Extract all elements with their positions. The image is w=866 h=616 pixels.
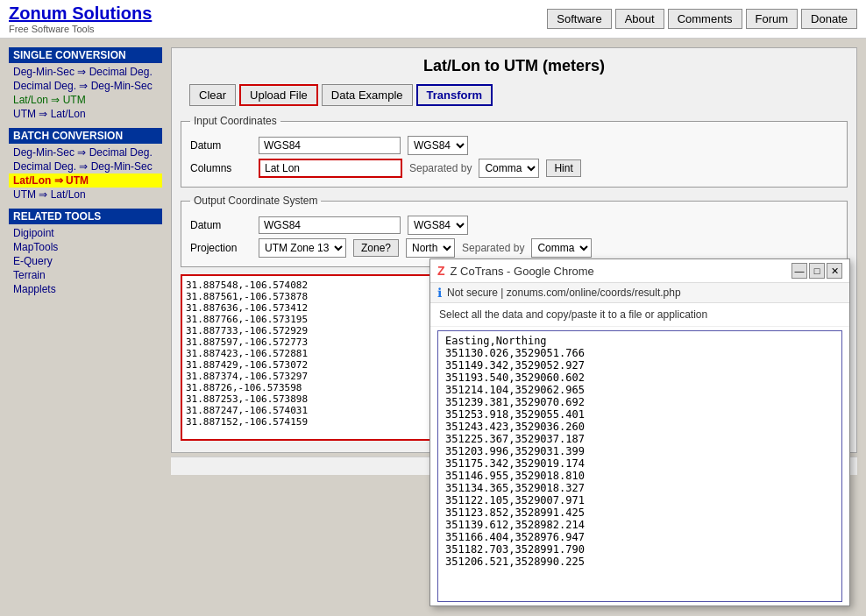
sidebar: SINGLE CONVERSION Deg-Min-Sec ⇒ Decimal … bbox=[9, 47, 162, 475]
nav-comments[interactable]: Comments bbox=[668, 9, 742, 29]
datum-select[interactable]: WGS84 bbox=[408, 136, 468, 155]
sidebar-item-latlon-utm[interactable]: Lat/Lon ⇒ UTM bbox=[9, 93, 162, 107]
window-controls: — □ ✕ bbox=[791, 263, 842, 279]
output-datum-select[interactable]: WGS84 bbox=[408, 216, 468, 235]
maximize-button[interactable]: □ bbox=[809, 263, 825, 279]
sidebar-batch-dec-to-dms[interactable]: Decimal Deg. ⇒ Deg-Min-Sec bbox=[9, 159, 162, 173]
datum-row: Datum WGS84 bbox=[190, 136, 838, 155]
transform-button[interactable]: Transform bbox=[416, 84, 493, 106]
hint-button[interactable]: Hint bbox=[546, 159, 580, 177]
sidebar-section-single: SINGLE CONVERSION bbox=[9, 47, 162, 63]
output-datum-label: Datum bbox=[190, 219, 252, 231]
sidebar-batch-dms-to-dec[interactable]: Deg-Min-Sec ⇒ Decimal Deg. bbox=[9, 145, 162, 159]
header: Zonum Solutions Free Software Tools Soft… bbox=[0, 0, 866, 39]
sidebar-terrain[interactable]: Terrain bbox=[9, 268, 162, 282]
upload-button[interactable]: Upload File bbox=[239, 84, 318, 106]
north-select[interactable]: North bbox=[406, 238, 455, 258]
sidebar-item-dec-to-dms[interactable]: Decimal Deg. ⇒ Deg-Min-Sec bbox=[9, 79, 162, 93]
nav-software[interactable]: Software bbox=[547, 9, 611, 29]
sidebar-item-dms-to-dec[interactable]: Deg-Min-Sec ⇒ Decimal Deg. bbox=[9, 65, 162, 79]
popup-title: Z CoTrans - Google Chrome bbox=[451, 265, 594, 278]
instruction-text: Select all the data and copy/paste it to… bbox=[439, 308, 707, 321]
clear-button[interactable]: Clear bbox=[189, 84, 236, 106]
popup-window: Z Z CoTrans - Google Chrome — □ ✕ ℹ Not … bbox=[429, 258, 850, 484]
popup-browser-icon: Z bbox=[437, 264, 445, 278]
output-datum-row: Datum WGS84 bbox=[190, 216, 838, 235]
popup-data-line: 351239.381,3529070.692 bbox=[445, 396, 834, 408]
popup-data-line: 351175.342,3529019.174 bbox=[445, 457, 834, 470]
nav-donate[interactable]: Donate bbox=[801, 9, 857, 29]
output-datum-input[interactable] bbox=[259, 216, 401, 234]
popup-data-line: 351225.367,3529037.187 bbox=[445, 433, 834, 445]
sidebar-section-related: RELATED TOOLS bbox=[9, 209, 162, 224]
data-header-line: Easting,Northing bbox=[445, 335, 834, 347]
site-title-link[interactable]: Zonum Solutions bbox=[9, 4, 152, 23]
sep-select-output[interactable]: Comma bbox=[531, 238, 592, 258]
nav-forum[interactable]: Forum bbox=[746, 9, 799, 29]
popup-data-line: 351243.423,3529036.260 bbox=[445, 421, 834, 433]
popup-data-line: 351134.365,3529018.327 bbox=[445, 482, 834, 484]
sep-label: Separated by bbox=[409, 162, 472, 174]
proj-select[interactable]: UTM Zone 13 bbox=[259, 238, 346, 258]
info-icon: ℹ bbox=[437, 286, 442, 300]
sep-select-input[interactable]: Comma bbox=[479, 159, 539, 178]
columns-input[interactable] bbox=[259, 159, 402, 178]
header-left: Zonum Solutions Free Software Tools bbox=[9, 4, 152, 34]
popup-data-line: 351203.996,3529031.399 bbox=[445, 445, 834, 457]
input-coordinates-section: Input Coordinates Datum WGS84 Columns Se… bbox=[181, 115, 848, 188]
popup-data-line: 351193.540,3529060.602 bbox=[445, 372, 834, 384]
popup-data-line: 351214.104,3529062.965 bbox=[445, 384, 834, 396]
proj-label: Projection bbox=[190, 242, 252, 254]
sidebar-batch-latlon-utm[interactable]: Lat/Lon ⇒ UTM bbox=[9, 173, 162, 188]
minimize-button[interactable]: — bbox=[791, 263, 807, 279]
close-button[interactable]: ✕ bbox=[827, 263, 842, 279]
sidebar-maptools[interactable]: MapTools bbox=[9, 240, 162, 254]
datum-label: Datum bbox=[190, 139, 252, 152]
output-legend: Output Coordinate System bbox=[190, 195, 321, 207]
sidebar-section-batch: BATCH CONVERSION bbox=[9, 128, 162, 144]
site-subtitle: Free Software Tools bbox=[9, 24, 152, 34]
nav-about[interactable]: About bbox=[615, 9, 664, 29]
popup-data-line: 351130.026,3529051.766 bbox=[445, 347, 834, 359]
popup-titlebar: Z Z CoTrans - Google Chrome — □ ✕ bbox=[430, 259, 849, 283]
converter-title: Lat/Lon to UTM (meters) bbox=[181, 57, 848, 75]
popup-addressbar: ℹ Not secure | zonums.com/online/coords/… bbox=[430, 283, 849, 303]
site-title: Zonum Solutions bbox=[9, 4, 152, 24]
zone-button[interactable]: Zone? bbox=[353, 239, 399, 257]
toolbar: Clear Upload File Data Example Transform bbox=[181, 84, 848, 106]
data-example-button[interactable]: Data Example bbox=[322, 84, 413, 106]
input-legend: Input Coordinates bbox=[190, 115, 280, 127]
sidebar-batch-utm-latlon[interactable]: UTM ⇒ Lat/Lon bbox=[9, 188, 162, 202]
output-coordinates-section: Output Coordinate System Datum WGS84 Pro… bbox=[181, 195, 848, 267]
popup-data-area[interactable]: Easting,Northing 351130.026,3529051.7663… bbox=[437, 330, 842, 484]
address-text: Not secure | zonums.com/online/coords/re… bbox=[447, 287, 681, 299]
popup-instruction: Select all the data and copy/paste it to… bbox=[430, 303, 849, 327]
columns-row: Columns Separated by Comma Hint bbox=[190, 159, 838, 178]
popup-data-line: 351146.955,3529018.810 bbox=[445, 470, 834, 482]
popup-data-line: 351253.918,3529055.401 bbox=[445, 408, 834, 421]
output-sep-label: Separated by bbox=[462, 242, 524, 254]
popup-data-line: 351149.342,3529052.927 bbox=[445, 359, 834, 372]
nav-bar: Software About Comments Forum Donate bbox=[547, 9, 857, 29]
datum-input[interactable] bbox=[259, 137, 401, 154]
projection-row: Projection UTM Zone 13 Zone? North Separ… bbox=[190, 238, 838, 258]
sidebar-equery[interactable]: E-Query bbox=[9, 254, 162, 268]
sidebar-digipoint[interactable]: Digipoint bbox=[9, 226, 162, 240]
sidebar-mapplets[interactable]: Mapplets bbox=[9, 282, 162, 296]
sidebar-item-utm-latlon[interactable]: UTM ⇒ Lat/Lon bbox=[9, 107, 162, 121]
popup-titlebar-left: Z Z CoTrans - Google Chrome bbox=[437, 264, 594, 278]
columns-label: Columns bbox=[190, 162, 252, 174]
